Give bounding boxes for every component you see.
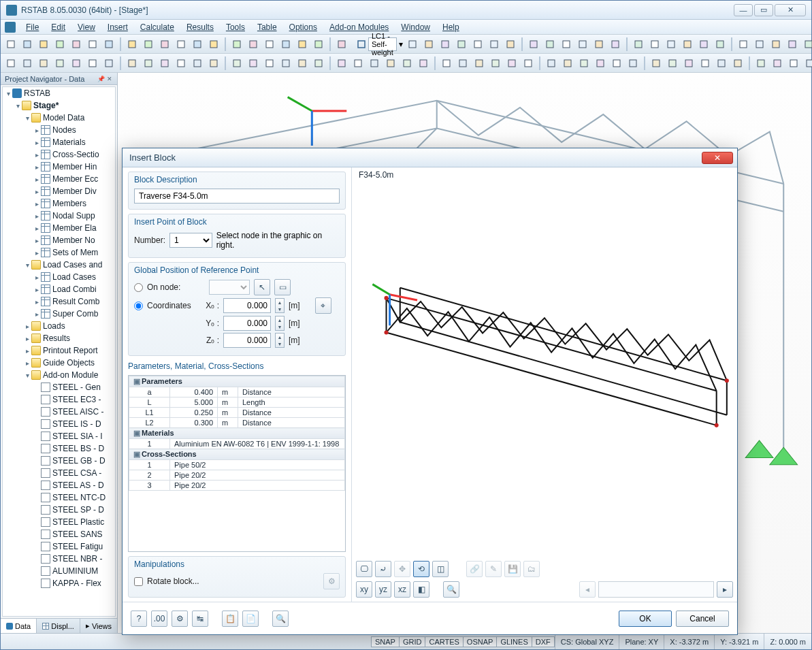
toolbar-button[interactable] xyxy=(246,56,261,71)
prev-btn-screenshot[interactable]: 🖵 xyxy=(356,561,372,577)
menu-table[interactable]: Table xyxy=(251,20,283,34)
prev-btn-save[interactable]: 💾 xyxy=(504,561,521,577)
toggle-dxf[interactable]: DXF xyxy=(532,636,555,647)
menu-results[interactable]: Results xyxy=(180,20,220,34)
radio-coordinates[interactable] xyxy=(134,302,143,310)
new-node-button[interactable]: ▭ xyxy=(274,279,291,295)
toggle-grid[interactable]: GRID xyxy=(399,636,426,647)
toolbar-button[interactable] xyxy=(383,56,398,71)
block-description-input[interactable] xyxy=(134,189,340,204)
prev-btn-axes-yz[interactable]: yz xyxy=(375,581,391,598)
tree-item-cross-sectio[interactable]: ▸Cross-Sectio xyxy=(3,148,115,161)
toolbar-button[interactable] xyxy=(736,37,751,52)
toolbar-button[interactable] xyxy=(157,56,172,71)
tree-item-load-cases-group[interactable]: ▾Load Cases and xyxy=(3,259,115,271)
foot-tool2-button[interactable]: ↹ xyxy=(192,611,208,627)
toolbar-button[interactable] xyxy=(20,56,35,71)
toolbar-button[interactable] xyxy=(311,37,326,52)
nav-tab-data[interactable]: Data xyxy=(1,619,37,633)
toolbar-button[interactable] xyxy=(559,37,574,52)
tree-item-super-comb[interactable]: ▸Super Comb xyxy=(3,308,115,320)
toolbar-button[interactable] xyxy=(503,37,518,52)
maximize-button[interactable]: ▭ xyxy=(754,4,773,16)
toggle-cartes[interactable]: CARTES xyxy=(425,636,463,647)
prev-btn-draw[interactable]: ✎ xyxy=(485,561,502,577)
nav-pin-icon[interactable]: 📌 xyxy=(97,76,104,82)
toolbar-button[interactable] xyxy=(714,56,729,71)
prev-btn-axes-xy[interactable]: xy xyxy=(356,581,372,598)
prev-btn-box[interactable]: ◫ xyxy=(432,561,449,577)
nav-close-icon[interactable]: ✕ xyxy=(106,76,113,82)
tree-item-results[interactable]: ▸Results xyxy=(3,332,115,344)
toolbar-button[interactable] xyxy=(631,37,646,52)
toolbar-button[interactable] xyxy=(278,56,293,71)
menu-options[interactable]: Options xyxy=(283,20,323,34)
toolbar-button[interactable] xyxy=(36,56,51,71)
prev-btn-axes-xz[interactable]: xz xyxy=(394,581,410,598)
menu-calculate[interactable]: Calculate xyxy=(134,20,180,34)
toolbar-button[interactable] xyxy=(246,37,261,52)
foot-tool1-button[interactable]: ⚙ xyxy=(172,611,188,627)
tree-item-members[interactable]: ▸Members xyxy=(3,197,115,210)
toolbar-button[interactable] xyxy=(101,56,116,71)
tree-item-member-no[interactable]: ▸Member No xyxy=(3,234,115,246)
tree-item-aluminium[interactable]: ALUMINIUM xyxy=(3,565,115,577)
tree-item-printout-report[interactable]: ▸Printout Report xyxy=(3,344,115,357)
foot-help-button[interactable]: ? xyxy=(131,611,147,627)
toolbar-button[interactable] xyxy=(229,37,244,52)
coord-z0-spin[interactable]: ▲▼ xyxy=(275,333,285,348)
toolbar-button[interactable] xyxy=(665,56,680,71)
loadcase-dropdown[interactable]: ▾ xyxy=(398,37,404,52)
toolbar-button[interactable] xyxy=(730,56,745,71)
tree-item-load-combi[interactable]: ▸Load Combi xyxy=(3,283,115,295)
toolbar-button[interactable] xyxy=(36,37,51,52)
pick-coord-button[interactable]: ⌖ xyxy=(315,297,331,314)
toolbar-button[interactable] xyxy=(439,56,454,71)
prev-btn-next[interactable]: ▸ xyxy=(717,581,733,598)
toolbar-button[interactable] xyxy=(680,37,695,52)
tree-item-steel-gen[interactable]: STEEL - Gen xyxy=(3,381,115,393)
toolbar-button[interactable] xyxy=(206,56,221,71)
cancel-button[interactable]: Cancel xyxy=(676,611,729,627)
toolbar-button[interactable] xyxy=(278,37,293,52)
rotate-settings-button[interactable]: ⚙ xyxy=(323,573,340,589)
coord-x0-input[interactable] xyxy=(223,298,271,313)
tree-item-steel-sans[interactable]: STEEL SANS xyxy=(3,528,115,540)
toolbar-button[interactable] xyxy=(681,56,696,71)
toolbar-button[interactable] xyxy=(785,37,800,52)
loadcase-icon-left[interactable] xyxy=(356,37,367,52)
toolbar-button[interactable] xyxy=(405,37,420,52)
toolbar-button[interactable] xyxy=(421,37,436,52)
toolbar-button[interactable] xyxy=(101,37,116,52)
toolbar-button[interactable] xyxy=(69,56,84,71)
menu-insert[interactable]: Insert xyxy=(101,20,134,34)
tree-item-member-div[interactable]: ▸Member Div xyxy=(3,185,115,197)
toolbar-button[interactable] xyxy=(664,37,679,52)
tree-item-steel-sia-i[interactable]: STEEL SIA - I xyxy=(3,430,115,442)
toolbar-button[interactable] xyxy=(190,37,205,52)
toolbar-button[interactable] xyxy=(626,56,640,71)
prev-btn-prev[interactable]: ◂ xyxy=(579,581,596,598)
tree-item-load-cases[interactable]: ▸Load Cases xyxy=(3,271,115,283)
foot-copy-button[interactable]: 📋 xyxy=(222,611,238,627)
tree-item-steel-bs-d[interactable]: STEEL BS - D xyxy=(3,442,115,455)
tree-item-materials[interactable]: ▸Materials xyxy=(3,136,115,148)
toolbar-button[interactable] xyxy=(560,56,575,71)
radio-on-node[interactable] xyxy=(134,283,143,292)
toolbar-button[interactable] xyxy=(488,56,503,71)
rotate-block-checkbox[interactable] xyxy=(134,577,143,586)
tree-item-member-hin[interactable]: ▸Member Hin xyxy=(3,161,115,173)
tree-item-addon-modules[interactable]: ▾Add-on Module xyxy=(3,369,115,381)
tree-item-nodes[interactable]: ▸Nodes xyxy=(3,124,115,136)
foot-paste-button[interactable]: 📄 xyxy=(242,611,259,627)
toolbar-button[interactable] xyxy=(544,56,559,71)
toggle-osnap[interactable]: OSNAP xyxy=(463,636,498,647)
foot-units-button[interactable]: .00 xyxy=(151,611,167,627)
tree-item-steel-sp-d[interactable]: STEEL SP - D xyxy=(3,504,115,516)
navigator-tree[interactable]: ▾RSTAB▾Stage*▾Model Data▸Nodes▸Materials… xyxy=(2,86,116,617)
toolbar-button[interactable] xyxy=(591,37,606,52)
foot-find-button[interactable]: 🔍 xyxy=(272,611,289,627)
toolbar-button[interactable] xyxy=(542,37,557,52)
toolbar-button[interactable] xyxy=(753,56,768,71)
nav-tab-display[interactable]: Displ... xyxy=(37,619,80,633)
